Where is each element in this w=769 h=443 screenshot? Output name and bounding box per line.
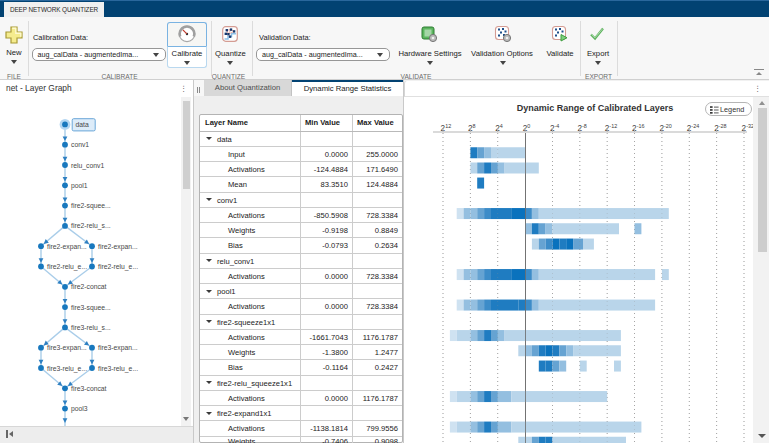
svg-text:relu_conv1: relu_conv1	[71, 162, 104, 170]
svg-text:fire3-expan...: fire3-expan...	[47, 344, 87, 352]
svg-text:fire3-relu_e...: fire3-relu_e...	[47, 365, 87, 373]
svg-text:data: data	[76, 121, 89, 128]
svg-text:fire2-squee...: fire2-squee...	[71, 202, 111, 210]
svg-text:pool1: pool1	[71, 182, 88, 190]
svg-text:fire3-relu_e...: fire3-relu_e...	[98, 365, 138, 373]
svg-text:fire2-expan...: fire2-expan...	[47, 243, 87, 251]
svg-text:fire3-expan...: fire3-expan...	[98, 344, 138, 352]
svg-text:fire2-relu_e...: fire2-relu_e...	[47, 263, 87, 271]
svg-text:fire3-relu_s...: fire3-relu_s...	[71, 324, 111, 332]
svg-text:pool3: pool3	[71, 405, 88, 413]
svg-text:fire3-concat: fire3-concat	[71, 385, 107, 392]
svg-text:conv1: conv1	[71, 141, 89, 148]
svg-text:fire2-relu_e...: fire2-relu_e...	[98, 263, 138, 271]
svg-text:fire3-squee...: fire3-squee...	[71, 304, 111, 312]
svg-text:fire2-relu_s...: fire2-relu_s...	[71, 222, 111, 230]
svg-text:fire2-expan...: fire2-expan...	[98, 243, 138, 251]
svg-text:fire2-concat: fire2-concat	[71, 283, 107, 290]
